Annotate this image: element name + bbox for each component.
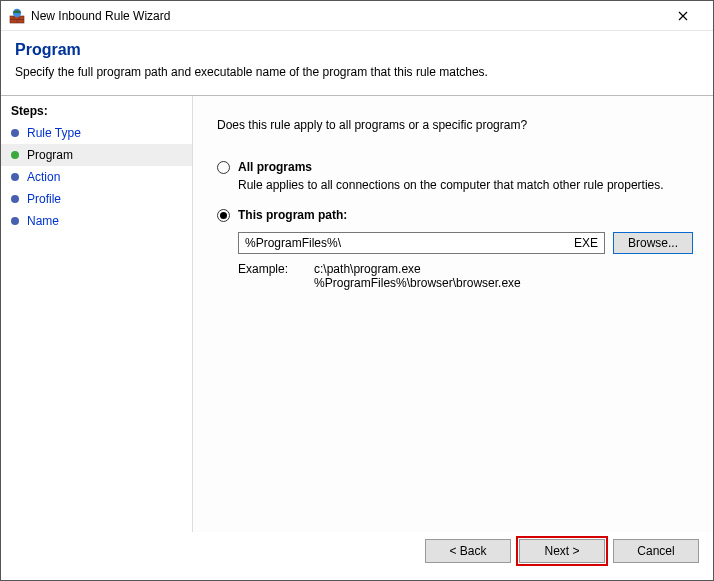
step-name[interactable]: Name	[1, 210, 192, 232]
step-program[interactable]: Program	[1, 144, 192, 166]
bullet-icon	[11, 195, 19, 203]
firewall-icon	[9, 8, 25, 24]
bullet-icon	[11, 151, 19, 159]
option-all-label: All programs	[238, 160, 312, 174]
radio-all-programs[interactable]	[217, 161, 230, 174]
radio-this-program-path[interactable]	[217, 209, 230, 222]
wizard-body: Steps: Rule Type Program Action Profile …	[1, 95, 713, 532]
bullet-icon	[11, 173, 19, 181]
program-path-row: %ProgramFiles%\ EXE Browse...	[238, 232, 693, 254]
next-button[interactable]: Next >	[519, 539, 605, 563]
bullet-icon	[11, 129, 19, 137]
close-button[interactable]	[661, 1, 705, 31]
browse-button[interactable]: Browse...	[613, 232, 693, 254]
step-label: Rule Type	[27, 126, 81, 140]
main-panel: Does this rule apply to all programs or …	[193, 96, 713, 532]
cancel-button[interactable]: Cancel	[613, 539, 699, 563]
wizard-window: New Inbound Rule Wizard Program Specify …	[0, 0, 714, 581]
page-title: Program	[15, 41, 699, 59]
program-path-input[interactable]: %ProgramFiles%\ EXE	[238, 232, 605, 254]
titlebar: New Inbound Rule Wizard	[1, 1, 713, 31]
example-lines: c:\path\program.exe %ProgramFiles%\brows…	[314, 262, 521, 290]
step-label: Name	[27, 214, 59, 228]
option-this-program-path[interactable]: This program path:	[217, 208, 693, 222]
step-label: Action	[27, 170, 60, 184]
step-profile[interactable]: Profile	[1, 188, 192, 210]
window-title: New Inbound Rule Wizard	[31, 9, 661, 23]
step-label: Profile	[27, 192, 61, 206]
step-label: Program	[27, 148, 73, 162]
step-action[interactable]: Action	[1, 166, 192, 188]
steps-heading: Steps:	[1, 100, 192, 122]
page-header: Program Specify the full program path an…	[1, 31, 713, 95]
option-all-description: Rule applies to all connections on the c…	[238, 178, 693, 192]
program-path-value: %ProgramFiles%\	[245, 236, 566, 250]
step-rule-type[interactable]: Rule Type	[1, 122, 192, 144]
option-path-label: This program path:	[238, 208, 347, 222]
option-all-programs[interactable]: All programs	[217, 160, 693, 174]
example-label: Example:	[238, 262, 288, 290]
wizard-footer: < Back Next > Cancel	[1, 532, 713, 580]
question-text: Does this rule apply to all programs or …	[217, 118, 693, 132]
steps-sidebar: Steps: Rule Type Program Action Profile …	[1, 96, 193, 532]
bullet-icon	[11, 217, 19, 225]
example-block: Example: c:\path\program.exe %ProgramFil…	[238, 262, 693, 290]
page-subtitle: Specify the full program path and execut…	[15, 65, 699, 79]
back-button[interactable]: < Back	[425, 539, 511, 563]
program-path-extension: EXE	[566, 236, 598, 250]
